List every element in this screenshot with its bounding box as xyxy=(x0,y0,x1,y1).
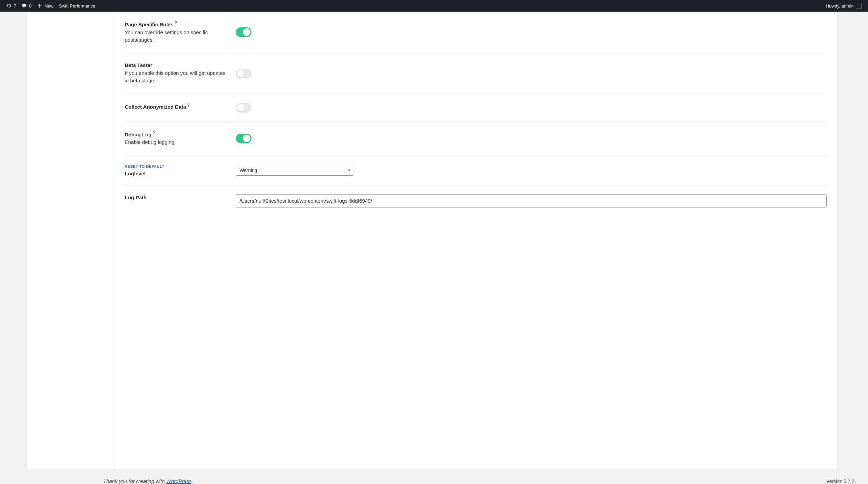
comments-icon xyxy=(22,3,27,9)
updates-count: 7 xyxy=(14,3,16,9)
setting-desc: Enable debug logging xyxy=(125,138,229,146)
setting-control-col xyxy=(236,194,827,207)
toggle-knob xyxy=(243,28,250,36)
setting-label-col: Page Specific Rules? You can override se… xyxy=(125,21,236,44)
admin-bar: 7 0 New Swift Performance Howdy, admin xyxy=(0,0,868,12)
footer-text-prefix: Thank you for creating with xyxy=(103,478,166,484)
setting-row-beta-tester: Beta Tester If you enable this option yo… xyxy=(125,53,827,94)
setting-title: Page Specific Rules xyxy=(125,22,174,27)
admin-bar-right: Howdy, admin xyxy=(823,0,865,12)
howdy-item[interactable]: Howdy, admin xyxy=(823,0,865,12)
loglevel-select[interactable]: Warning xyxy=(236,165,353,176)
comments-item[interactable]: 0 xyxy=(19,0,34,12)
settings-panel: Page Specific Rules? You can override se… xyxy=(27,12,837,470)
page-wrap: Page Specific Rules? You can override se… xyxy=(0,12,868,484)
setting-label-col: Collect Anonymized Data? xyxy=(125,103,236,112)
setting-row-page-specific: Page Specific Rules? You can override se… xyxy=(125,12,827,53)
setting-label-col: Beta Tester If you enable this option yo… xyxy=(125,62,236,85)
setting-control-col xyxy=(236,62,827,85)
setting-desc: If you enable this option you will get u… xyxy=(125,69,229,85)
admin-sidebar-collapsed xyxy=(0,12,27,484)
setting-title: Debug Log xyxy=(125,131,151,137)
setting-title: Collect Anonymized Data xyxy=(125,104,186,109)
setting-desc: You can override settings on specific po… xyxy=(125,29,229,44)
howdy-text: Howdy, admin xyxy=(826,3,854,9)
setting-control-col xyxy=(236,131,827,146)
setting-control-col: Warning xyxy=(236,164,827,176)
page-specific-toggle[interactable] xyxy=(236,27,252,37)
plus-icon xyxy=(37,3,42,9)
setting-label-col: Debug Log? Enable debug logging xyxy=(125,131,236,146)
new-item[interactable]: New xyxy=(34,0,56,12)
footer-left: Thank you for creating with WordPress. xyxy=(103,478,193,484)
setting-control-col xyxy=(236,103,827,112)
setting-row-loglevel: RESET TO DEFAULT Loglevel Warning xyxy=(125,156,827,186)
content-column: Page Specific Rules? You can override se… xyxy=(27,12,868,484)
settings-side-nav xyxy=(27,12,114,470)
swift-performance-item[interactable]: Swift Performance xyxy=(56,0,98,12)
setting-control-col xyxy=(236,21,827,44)
debug-log-toggle[interactable] xyxy=(236,134,252,143)
updates-item[interactable]: 7 xyxy=(3,0,19,12)
reset-to-default-link[interactable]: RESET TO DEFAULT xyxy=(125,164,229,169)
setting-row-debug-log: Debug Log? Enable debug logging xyxy=(125,122,827,156)
footer-version: Version 5.7.2 xyxy=(826,479,854,484)
toggle-knob xyxy=(237,104,244,111)
setting-label-col: Log Path xyxy=(125,194,236,207)
setting-row-collect-anon: Collect Anonymized Data? xyxy=(125,94,827,122)
setting-label-col: RESET TO DEFAULT Loglevel xyxy=(125,164,236,176)
select-value: Warning xyxy=(240,167,257,173)
chevron-down-icon xyxy=(345,166,352,174)
setting-row-log-path: Log Path xyxy=(125,186,827,216)
beta-tester-toggle[interactable] xyxy=(236,69,252,78)
toggle-knob xyxy=(237,70,244,77)
comments-count: 0 xyxy=(29,3,31,9)
wordpress-link[interactable]: WordPress xyxy=(166,478,191,484)
new-label: New xyxy=(44,3,53,9)
updates-icon xyxy=(6,3,12,9)
swift-performance-label: Swift Performance xyxy=(59,3,95,9)
help-icon[interactable]: ? xyxy=(152,131,155,135)
setting-title: Beta Tester xyxy=(125,62,152,68)
log-path-input[interactable] xyxy=(236,194,827,207)
help-icon[interactable]: ? xyxy=(187,103,189,108)
footer-text-suffix: . xyxy=(191,478,193,484)
setting-title: Loglevel xyxy=(125,171,146,176)
admin-bar-left: 7 0 New Swift Performance xyxy=(3,0,98,12)
toggle-knob xyxy=(243,135,250,142)
setting-title: Log Path xyxy=(125,194,147,200)
collect-anon-toggle[interactable] xyxy=(236,103,252,112)
admin-footer: Thank you for creating with WordPress. V… xyxy=(27,470,861,484)
help-icon[interactable]: ? xyxy=(175,21,177,25)
avatar xyxy=(856,3,862,9)
settings-body: Page Specific Rules? You can override se… xyxy=(114,12,837,470)
